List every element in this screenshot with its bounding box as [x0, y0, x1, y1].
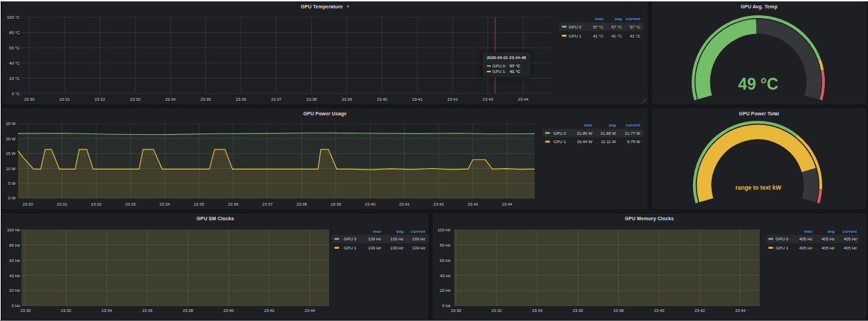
svg-text:23:44: 23:44 [735, 308, 746, 313]
svg-text:23:43: 23:43 [483, 97, 494, 101]
svg-text:139 Hz: 139 Hz [390, 246, 403, 250]
svg-text:max: max [584, 123, 593, 127]
svg-text:23:38: 23:38 [613, 308, 624, 313]
svg-text:23:38: 23:38 [306, 97, 317, 101]
svg-text:60 Hz: 60 Hz [9, 258, 20, 263]
svg-text:405 Hz: 405 Hz [821, 246, 835, 250]
svg-text:0 W: 0 W [8, 196, 16, 200]
svg-text:23:41: 23:41 [399, 202, 410, 206]
svg-text:23:40: 23:40 [654, 308, 665, 313]
svg-text:GPU 0: GPU 0 [776, 237, 789, 241]
svg-text:41 °C: 41 °C [593, 34, 604, 38]
svg-text:20 Hz: 20 Hz [9, 288, 20, 293]
svg-text:80 Hz: 80 Hz [440, 243, 451, 247]
svg-text:23:31: 23:31 [57, 202, 68, 206]
svg-text:GPU 1: GPU 1 [344, 246, 357, 250]
svg-text:current: current [626, 17, 640, 21]
svg-text:80 Hz: 80 Hz [9, 243, 20, 247]
svg-text:139 Hz: 139 Hz [412, 246, 425, 250]
svg-text:16.44 W: 16.44 W [577, 140, 593, 144]
svg-text:current: current [626, 123, 640, 127]
svg-text:23:37: 23:37 [262, 202, 274, 206]
svg-text:avg: avg [828, 229, 835, 233]
svg-text:23:44: 23:44 [518, 97, 529, 101]
svg-text:40 Hz: 40 Hz [9, 274, 20, 278]
svg-text:range to text kW: range to text kW [735, 184, 782, 191]
svg-text:0 Hz: 0 Hz [442, 304, 451, 308]
svg-text:23:38: 23:38 [183, 308, 194, 313]
svg-text:23:35: 23:35 [194, 202, 205, 206]
svg-text:23:36: 23:36 [142, 308, 153, 313]
svg-text:23:37: 23:37 [271, 97, 282, 101]
svg-text:avg: avg [397, 229, 404, 233]
svg-text:max: max [595, 17, 604, 21]
svg-text:139 Hz: 139 Hz [390, 237, 403, 241]
svg-text:23:41: 23:41 [412, 97, 423, 101]
svg-text:23:32: 23:32 [492, 308, 503, 313]
svg-text:23:34: 23:34 [160, 202, 171, 206]
svg-text:405 Hz: 405 Hz [799, 237, 812, 241]
svg-text:5 W: 5 W [8, 181, 16, 186]
svg-text:20 W: 20 W [6, 137, 15, 141]
svg-text:23:34: 23:34 [532, 308, 543, 313]
svg-text:21.86 W: 21.86 W [577, 131, 593, 135]
svg-text:23:43: 23:43 [467, 202, 478, 206]
svg-text:current: current [411, 229, 426, 233]
svg-text:23:42: 23:42 [447, 97, 458, 101]
svg-text:23:30: 23:30 [451, 308, 462, 313]
svg-text:23:32: 23:32 [91, 202, 102, 206]
svg-text:60 °C: 60 °C [9, 46, 20, 50]
svg-text:15 W: 15 W [6, 151, 15, 156]
svg-text:GPU 1: GPU 1 [776, 246, 789, 250]
svg-text:GPU 1: GPU 1 [553, 140, 567, 144]
svg-text:41 °C: 41 °C [630, 34, 641, 38]
svg-text:23:38: 23:38 [297, 202, 308, 206]
svg-text:23:32: 23:32 [61, 308, 72, 313]
svg-text:9.79 W: 9.79 W [627, 140, 640, 144]
svg-text:23:34: 23:34 [101, 308, 112, 313]
svg-text:GPU 0: GPU 0 [344, 237, 357, 241]
svg-text:40 °C: 40 °C [9, 61, 20, 65]
svg-text:21.77 W: 21.77 W [625, 131, 641, 135]
svg-text:23:30: 23:30 [20, 308, 31, 313]
svg-text:40 Hz: 40 Hz [440, 274, 451, 278]
svg-text:23:36: 23:36 [573, 308, 584, 313]
svg-text:23:35: 23:35 [201, 97, 212, 101]
svg-text:57 °C: 57 °C [593, 25, 604, 29]
svg-text:41 °C: 41 °C [611, 34, 622, 38]
svg-text:23:36: 23:36 [228, 202, 239, 206]
svg-text:23:31: 23:31 [59, 97, 70, 101]
svg-text:80 °C: 80 °C [9, 31, 20, 35]
svg-text:GPU 1: GPU 1 [569, 34, 582, 38]
svg-text:23:44: 23:44 [305, 308, 316, 313]
svg-text:405 Hz: 405 Hz [844, 246, 857, 250]
svg-text:0 Hz: 0 Hz [12, 304, 20, 308]
svg-text:23:42: 23:42 [264, 308, 275, 313]
svg-text:20 °C: 20 °C [9, 76, 20, 81]
svg-text:25 W: 25 W [6, 122, 15, 126]
svg-text:23:36: 23:36 [235, 97, 247, 101]
svg-text:23:30: 23:30 [24, 97, 35, 101]
svg-text:0 °C: 0 °C [12, 92, 20, 96]
svg-text:20 Hz: 20 Hz [440, 288, 451, 293]
svg-text:23:42: 23:42 [694, 308, 706, 313]
svg-text:avg: avg [615, 17, 622, 21]
svg-text:100 Hz: 100 Hz [7, 228, 20, 232]
svg-text:max: max [804, 229, 813, 233]
svg-text:100 °C: 100 °C [7, 15, 20, 19]
svg-text:405 Hz: 405 Hz [844, 237, 857, 241]
svg-text:21.68 W: 21.68 W [601, 131, 617, 135]
svg-text:23:40: 23:40 [377, 97, 388, 101]
svg-text:23:39: 23:39 [342, 97, 353, 101]
svg-text:23:34: 23:34 [165, 97, 176, 101]
svg-text:23:30: 23:30 [22, 202, 33, 206]
svg-text:49 °C: 49 °C [738, 75, 778, 93]
svg-text:23:44: 23:44 [502, 202, 513, 206]
svg-text:GPU 0: GPU 0 [569, 25, 582, 29]
svg-text:23:40: 23:40 [224, 308, 235, 313]
svg-text:23:32: 23:32 [94, 97, 106, 101]
svg-text:139 Hz: 139 Hz [368, 237, 381, 241]
svg-text:avg: avg [609, 123, 617, 127]
svg-text:405 Hz: 405 Hz [799, 246, 812, 250]
svg-text:23:33: 23:33 [130, 97, 141, 101]
